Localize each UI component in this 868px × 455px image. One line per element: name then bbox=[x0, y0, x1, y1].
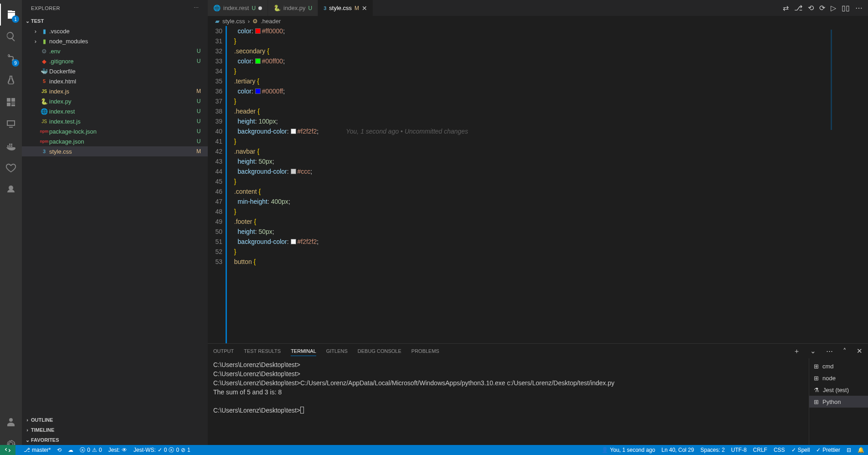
eol-status[interactable]: CRLF bbox=[753, 447, 767, 453]
sidebar-more-icon[interactable]: ⋯ bbox=[194, 5, 199, 11]
panel-tab-gitlens[interactable]: GITLENS bbox=[326, 346, 348, 356]
terminal-item-node[interactable]: ⊞node bbox=[809, 372, 868, 384]
close-tab-icon[interactable]: ✕ bbox=[362, 5, 367, 12]
tab-index.py[interactable]: 🐍index.pyU bbox=[268, 0, 318, 16]
color-swatch-icon[interactable] bbox=[291, 169, 296, 174]
tab-style.css[interactable]: 3style.cssM✕ bbox=[318, 0, 373, 16]
breadcrumb[interactable]: ▰ style.css › ⚙ .header bbox=[208, 16, 868, 26]
bell-icon[interactable]: 🔔 bbox=[858, 447, 864, 453]
panel-more-icon[interactable]: ⋯ bbox=[826, 347, 833, 355]
breadcrumb-sep-icon: › bbox=[248, 18, 250, 25]
rest-icon: 🌐 bbox=[213, 5, 221, 11]
search-icon[interactable] bbox=[0, 26, 22, 47]
timeline-header[interactable]: ›TIMELINE bbox=[22, 425, 208, 435]
testing-icon[interactable] bbox=[0, 69, 22, 91]
outline-header[interactable]: ›OUTLINE bbox=[22, 415, 208, 425]
tab-index.rest[interactable]: 🌐index.restU bbox=[208, 0, 268, 16]
file-Dockerfile[interactable]: 🐳Dockerfile bbox=[22, 66, 208, 76]
color-swatch-icon[interactable] bbox=[255, 58, 261, 64]
tab-git-status: U bbox=[252, 5, 256, 11]
heart-icon[interactable] bbox=[0, 157, 22, 179]
file-index.js[interactable]: JSindex.jsM bbox=[22, 86, 208, 96]
file-index.py[interactable]: 🐍index.pyU bbox=[22, 96, 208, 106]
file-index.test.js[interactable]: JSindex.test.jsU bbox=[22, 116, 208, 126]
tab-label: index.py bbox=[283, 5, 305, 11]
terminal-dropdown-icon[interactable]: ⌄ bbox=[810, 347, 816, 355]
chevron-right-icon: › bbox=[24, 427, 31, 433]
maximize-panel-icon[interactable]: ˄ bbox=[843, 347, 847, 355]
tree-root-header[interactable]: ⌄ TEST bbox=[22, 16, 208, 26]
close-panel-icon[interactable]: ✕ bbox=[857, 347, 863, 355]
panel-tab-test-results[interactable]: TEST RESULTS bbox=[244, 346, 281, 356]
file-label: style.css bbox=[49, 148, 195, 155]
folder-.vscode[interactable]: ›▮.vscode bbox=[22, 26, 208, 36]
jest-ws-status[interactable]: Jest-WS: ✓0 ⓧ0 ⊘1 bbox=[134, 446, 190, 454]
indentation-status[interactable]: Spaces: 2 bbox=[700, 447, 724, 453]
panel-tab-terminal[interactable]: TERMINAL bbox=[291, 346, 316, 356]
file-index.html[interactable]: 5index.html bbox=[22, 76, 208, 86]
jest-status[interactable]: Jest:👁 bbox=[108, 447, 127, 453]
git-status: U bbox=[195, 48, 202, 54]
docker-icon[interactable] bbox=[0, 135, 22, 157]
terminal-line: C:\Users\Lorenz\Desktop\test>C:/Users/Lo… bbox=[213, 378, 803, 388]
file-.gitignore[interactable]: ◆.gitignoreU bbox=[22, 56, 208, 66]
terminal-item-cmd[interactable]: ⊞cmd bbox=[809, 360, 868, 372]
color-swatch-icon[interactable] bbox=[291, 129, 296, 134]
new-terminal-icon[interactable]: ＋ bbox=[793, 347, 800, 356]
genie-icon[interactable] bbox=[0, 179, 22, 201]
terminal-line: The sum of 5 and 3 is: 8 bbox=[213, 388, 803, 397]
code-content[interactable]: color: #ff0000; } .secondary { color: #0… bbox=[231, 26, 827, 343]
explorer-icon[interactable]: 1 bbox=[0, 4, 22, 26]
file-package-lock.json[interactable]: npmpackage-lock.jsonU bbox=[22, 126, 208, 136]
source-control-icon[interactable]: 9 bbox=[0, 47, 22, 69]
language-status[interactable]: CSS bbox=[774, 447, 785, 453]
file-tree: ›▮.vscode›▮node_modules⚙.envU◆.gitignore… bbox=[22, 26, 208, 415]
file-.env[interactable]: ⚙.envU bbox=[22, 46, 208, 56]
file-package.json[interactable]: npmpackage.jsonU bbox=[22, 136, 208, 146]
minimap[interactable] bbox=[827, 26, 868, 343]
file-style.css[interactable]: 3style.cssM bbox=[22, 146, 208, 156]
npm-icon: npm bbox=[39, 129, 49, 134]
cursor-position-status[interactable]: Ln 40, Col 29 bbox=[662, 447, 694, 453]
panel-tab-output[interactable]: OUTPUT bbox=[213, 346, 234, 356]
account-icon[interactable] bbox=[0, 411, 22, 433]
cloud-status[interactable]: ☁ bbox=[68, 447, 73, 453]
extensions-icon[interactable] bbox=[0, 91, 22, 113]
git-status: U bbox=[195, 138, 202, 145]
nav-back-icon[interactable]: ⟲ bbox=[808, 4, 814, 12]
problems-status[interactable]: ⓧ0⚠0 bbox=[80, 446, 102, 454]
color-swatch-icon[interactable] bbox=[291, 239, 296, 244]
run-icon[interactable]: ▷ bbox=[831, 4, 836, 12]
remote-indicator[interactable] bbox=[0, 445, 15, 455]
file-index.rest[interactable]: 🌐index.restU bbox=[22, 106, 208, 116]
terminal-content[interactable]: C:\Users\Lorenz\Desktop\test>C:\Users\Lo… bbox=[208, 358, 809, 455]
python-icon: 🐍 bbox=[273, 5, 281, 11]
prettier-status[interactable]: ✓Prettier bbox=[816, 447, 840, 453]
sync-status[interactable]: ⟲ bbox=[57, 447, 62, 453]
folder-node-icon: ▮ bbox=[39, 38, 49, 45]
npm-icon: npm bbox=[39, 139, 49, 144]
favorites-header[interactable]: ⌄FAVORITES bbox=[22, 435, 208, 445]
remote-explorer-icon[interactable] bbox=[0, 113, 22, 135]
editor[interactable]: 3031323334353637383940414243444546474849… bbox=[208, 26, 868, 343]
git-graph-icon[interactable]: ⎇ bbox=[794, 4, 802, 12]
testjs-icon: JS bbox=[39, 119, 49, 124]
git-branch-status[interactable]: ⎇master* bbox=[24, 447, 51, 453]
panel-tab-problems[interactable]: PROBLEMS bbox=[411, 346, 439, 356]
color-swatch-icon[interactable] bbox=[255, 88, 261, 94]
error-icon: ⓧ bbox=[80, 446, 85, 454]
split-editor-icon[interactable]: ▯▯ bbox=[842, 4, 850, 12]
more-actions-icon[interactable]: ⋯ bbox=[855, 4, 863, 12]
terminal-item-jesttest[interactable]: ⚗Jest (test) bbox=[809, 384, 868, 396]
panel-tab-debug-console[interactable]: DEBUG CONSOLE bbox=[358, 346, 401, 356]
spell-status[interactable]: ✓Spell bbox=[791, 447, 810, 453]
git-status: U bbox=[195, 98, 202, 104]
feedback-icon[interactable]: ⊟ bbox=[847, 447, 851, 453]
folder-node_modules[interactable]: ›▮node_modules bbox=[22, 36, 208, 46]
color-swatch-icon[interactable] bbox=[255, 28, 261, 34]
nav-forward-icon[interactable]: ⟳ bbox=[819, 4, 825, 12]
blame-status[interactable]: 👤You, 1 second ago bbox=[601, 447, 655, 453]
terminal-item-python[interactable]: ⊞Python bbox=[809, 396, 868, 408]
compare-icon[interactable]: ⇄ bbox=[783, 4, 789, 12]
encoding-status[interactable]: UTF-8 bbox=[731, 447, 747, 453]
